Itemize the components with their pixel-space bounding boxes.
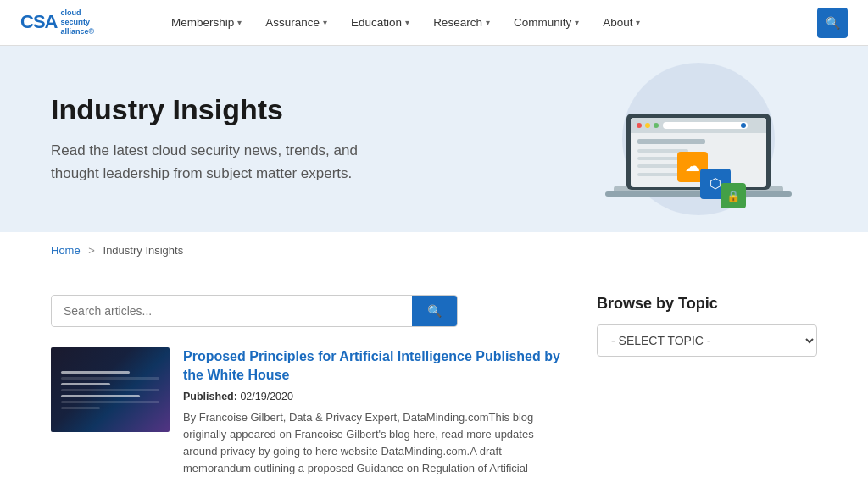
svg-rect-2: [605, 191, 792, 197]
chevron-down-icon: ▾: [486, 18, 490, 27]
hero-title: Industry Insights: [51, 93, 407, 126]
nav-item-education[interactable]: Education ▾: [339, 0, 421, 46]
chevron-down-icon: ▾: [636, 18, 640, 27]
hero-subtitle: Read the latest cloud security news, tre…: [51, 140, 407, 185]
search-icon: 🔍: [826, 16, 840, 30]
sidebar: Browse by Topic - SELECT TOPIC -Artifici…: [597, 295, 817, 477]
nav-item-research[interactable]: Research ▾: [421, 0, 502, 46]
search-bar: 🔍: [51, 295, 458, 327]
nav-item-about[interactable]: About ▾: [591, 0, 652, 46]
search-input[interactable]: [52, 296, 412, 326]
thumb-decoration: [51, 361, 170, 419]
article-body: Proposed Principles for Artificial Intel…: [183, 347, 563, 477]
hero-illustration: ☁ ⬡ 🔒: [529, 54, 800, 224]
chevron-down-icon: ▾: [323, 18, 327, 27]
article-title-link[interactable]: Proposed Principles for Artificial Intel…: [183, 347, 563, 385]
article-thumb-image: [51, 347, 170, 432]
svg-rect-10: [663, 122, 748, 129]
svg-point-9: [654, 123, 659, 128]
svg-point-8: [645, 123, 650, 128]
main-content: 🔍 Proposed Princ: [0, 269, 868, 477]
chevron-down-icon: ▾: [237, 18, 242, 27]
articles-section: 🔍 Proposed Princ: [51, 295, 563, 477]
article-card: Proposed Principles for Artificial Intel…: [51, 347, 563, 477]
nav-links: Membership ▾ Assurance ▾ Education ▾ Res…: [159, 0, 817, 46]
article-thumbnail: [51, 347, 170, 432]
svg-point-11: [741, 123, 746, 128]
search-icon: 🔍: [427, 304, 442, 318]
svg-rect-12: [637, 139, 705, 144]
svg-text:☁: ☁: [685, 158, 700, 175]
navbar: CSA cloud security alliance® Membership …: [0, 0, 868, 46]
breadcrumb-current: Industry Insights: [103, 244, 184, 257]
hero-text: Industry Insights Read the latest cloud …: [51, 93, 407, 185]
nav-item-community[interactable]: Community ▾: [502, 0, 591, 46]
svg-point-7: [637, 123, 642, 128]
breadcrumb-home-link[interactable]: Home: [51, 244, 81, 257]
logo-tagline: cloud security alliance®: [60, 8, 94, 36]
nav-item-assurance[interactable]: Assurance ▾: [253, 0, 339, 46]
chevron-down-icon: ▾: [575, 18, 579, 27]
topic-select[interactable]: - SELECT TOPIC -Artificial IntelligenceC…: [597, 324, 817, 357]
chevron-down-icon: ▾: [405, 18, 409, 27]
hero-svg: ☁ ⬡ 🔒: [529, 54, 800, 224]
breadcrumb: Home > Industry Insights: [0, 232, 868, 269]
svg-text:⬡: ⬡: [709, 176, 721, 191]
svg-text:🔒: 🔒: [726, 189, 741, 203]
sidebar-browse-title: Browse by Topic: [597, 295, 817, 313]
search-button[interactable]: 🔍: [412, 296, 457, 326]
svg-rect-15: [637, 164, 680, 168]
nav-item-membership[interactable]: Membership ▾: [159, 0, 253, 46]
article-meta: Published: 02/19/2020: [183, 391, 563, 402]
logo[interactable]: CSA cloud security alliance®: [20, 8, 139, 36]
article-excerpt: By Francoise Gilbert, Data & Privacy Exp…: [183, 409, 563, 477]
nav-search-button[interactable]: 🔍: [817, 8, 848, 38]
hero-section: Industry Insights Read the latest cloud …: [0, 46, 868, 232]
logo-csa-text: CSA: [20, 11, 57, 33]
breadcrumb-separator: >: [88, 244, 95, 257]
